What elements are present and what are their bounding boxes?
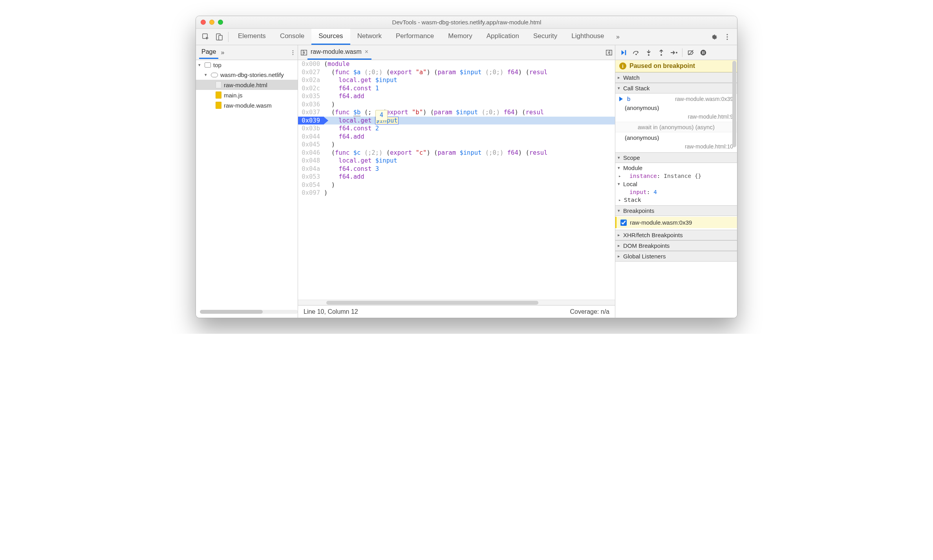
code-line[interactable]: 0x000(module: [298, 60, 615, 68]
more-tabs-icon[interactable]: »: [611, 30, 625, 44]
gutter-address[interactable]: 0x048: [298, 157, 324, 165]
tab-sources[interactable]: Sources: [311, 29, 350, 45]
section-watch[interactable]: Watch: [615, 72, 737, 83]
inspect-element-icon[interactable]: [199, 30, 212, 44]
section-dom[interactable]: DOM Breakpoints: [615, 240, 737, 251]
code-line[interactable]: 0x036 ): [298, 101, 615, 109]
gutter-address[interactable]: 0x035: [298, 92, 324, 101]
file-main.js[interactable]: main.js: [196, 90, 298, 100]
scope-local[interactable]: Local: [615, 180, 737, 188]
svg-point-7: [293, 52, 294, 53]
code-line[interactable]: 0x035 f64.add: [298, 92, 615, 101]
code-line[interactable]: 0x046 (func $c (;2;) (export "c") (param…: [298, 149, 615, 157]
callstack-loc[interactable]: raw-module.html:10: [615, 142, 737, 151]
code-line[interactable]: 0x02a local.get $input: [298, 76, 615, 84]
tab-application[interactable]: Application: [479, 29, 526, 45]
file-raw-module.html[interactable]: raw-module.html: [196, 80, 298, 90]
kebab-menu-icon[interactable]: [721, 30, 734, 44]
tab-performance[interactable]: Performance: [389, 29, 441, 45]
gutter-address[interactable]: 0x02c: [298, 84, 324, 93]
editor-scrollbar[interactable]: [298, 300, 615, 305]
main-content: ▾ top ▾ wasm-dbg-stories.netlify raw-mod…: [196, 60, 737, 318]
breakpoint-row[interactable]: raw-module.wasm:0x39: [615, 217, 737, 228]
gutter-address[interactable]: 0x036: [298, 101, 324, 109]
close-file-tab-icon[interactable]: ×: [365, 48, 368, 55]
gutter-address[interactable]: 0x097: [298, 189, 324, 197]
scope-module[interactable]: Module: [615, 164, 737, 172]
code-line[interactable]: 0x053 f64.add: [298, 173, 615, 181]
gutter-address[interactable]: 0x053: [298, 173, 324, 181]
deactivate-breakpoints-icon[interactable]: [685, 47, 697, 59]
gutter-address[interactable]: 0x054: [298, 181, 324, 189]
step-out-icon[interactable]: [655, 47, 667, 59]
code-line[interactable]: 0x039 local.get $input: [298, 117, 615, 125]
toggle-debugger-icon[interactable]: [606, 49, 613, 56]
code-editor[interactable]: 0x000(module0x027 (func $a (;0;) (export…: [298, 60, 615, 300]
section-xhr[interactable]: XHR/fetch Breakpoints: [615, 230, 737, 240]
navigator-more-icon[interactable]: »: [221, 49, 224, 56]
tab-network[interactable]: Network: [350, 29, 389, 45]
breakpoint-checkbox[interactable]: [620, 220, 627, 226]
gutter-address[interactable]: 0x044: [298, 133, 324, 141]
navigator-menu-icon[interactable]: [290, 49, 296, 56]
tree-origin[interactable]: ▾ wasm-dbg-stories.netlify: [196, 70, 298, 80]
callstack-frame[interactable]: (anonymous): [615, 103, 737, 112]
close-window-button[interactable]: [201, 20, 206, 25]
tab-memory[interactable]: Memory: [441, 29, 479, 45]
tab-console[interactable]: Console: [273, 29, 311, 45]
debugger-scrollbar[interactable]: [732, 61, 736, 317]
code-line[interactable]: 0x027 (func $a (;0;) (export "a") (param…: [298, 68, 615, 77]
section-callstack[interactable]: Call Stack: [615, 83, 737, 93]
code-line[interactable]: 0x048 local.get $input: [298, 157, 615, 165]
file-raw-module.wasm[interactable]: raw-module.wasm: [196, 100, 298, 110]
callstack-frame[interactable]: (anonymous): [615, 133, 737, 142]
file-tabs: raw-module.wasm ×: [298, 45, 615, 60]
section-breakpoints[interactable]: Breakpoints: [615, 205, 737, 216]
step-over-icon[interactable]: [630, 47, 642, 59]
callstack-frame[interactable]: braw-module.wasm:0x39: [615, 94, 737, 103]
callstack-loc[interactable]: raw-module.html:9: [615, 112, 737, 121]
minimize-window-button[interactable]: [209, 20, 214, 25]
gutter-address[interactable]: 0x037: [298, 108, 324, 117]
pause-on-exceptions-icon[interactable]: [697, 47, 709, 59]
navigator-tab-page[interactable]: Page: [199, 46, 218, 59]
tab-lighthouse[interactable]: Lighthouse: [564, 29, 611, 45]
scope-local-input[interactable]: input: 4: [615, 188, 737, 196]
scope-stack[interactable]: Stack: [615, 196, 737, 204]
file-tab-active[interactable]: raw-module.wasm ×: [307, 45, 371, 60]
tab-security[interactable]: Security: [526, 29, 564, 45]
tree-top[interactable]: ▾ top: [196, 60, 298, 70]
navigator-scrollbar[interactable]: [200, 310, 298, 314]
gutter-address[interactable]: 0x02a: [298, 76, 324, 84]
settings-icon[interactable]: [707, 30, 721, 44]
section-global[interactable]: Global Listeners: [615, 251, 737, 262]
resume-icon[interactable]: [618, 47, 629, 59]
gutter-address[interactable]: 0x04a: [298, 165, 324, 173]
code-line[interactable]: 0x044 f64.add: [298, 133, 615, 141]
maximize-window-button[interactable]: [218, 20, 223, 25]
scope-module-instance[interactable]: instance: Instance {}: [615, 172, 737, 180]
code-line[interactable]: 0x03b f64.const 2: [298, 124, 615, 133]
step-into-icon[interactable]: [643, 47, 655, 59]
code-line[interactable]: 0x097): [298, 189, 615, 197]
paused-banner: i Paused on breakpoint: [615, 60, 737, 72]
gutter-address[interactable]: 0x03b: [298, 124, 324, 133]
section-scope[interactable]: Scope: [615, 152, 737, 163]
gutter-address[interactable]: 0x027: [298, 68, 324, 77]
gutter-address[interactable]: 0x046: [298, 149, 324, 157]
toggle-navigator-icon[interactable]: [300, 49, 307, 56]
svg-rect-13: [625, 50, 626, 55]
device-toolbar-icon[interactable]: [212, 30, 226, 44]
code-line[interactable]: 0x037 (func $b (; (export "b") (param $i…: [298, 108, 615, 117]
gutter-address[interactable]: 0x000: [298, 60, 324, 68]
code-line[interactable]: 0x02c f64.const 1: [298, 84, 615, 93]
tab-elements[interactable]: Elements: [231, 29, 273, 45]
gutter-address[interactable]: 0x045: [298, 141, 324, 149]
file-icon: [216, 102, 221, 109]
code-line[interactable]: 0x054 ): [298, 181, 615, 189]
gutter-address[interactable]: 0x039: [298, 117, 324, 125]
tree-top-label: top: [213, 62, 221, 68]
code-line[interactable]: 0x045 ): [298, 141, 615, 149]
code-line[interactable]: 0x04a f64.const 3: [298, 165, 615, 173]
step-icon[interactable]: [668, 47, 680, 59]
